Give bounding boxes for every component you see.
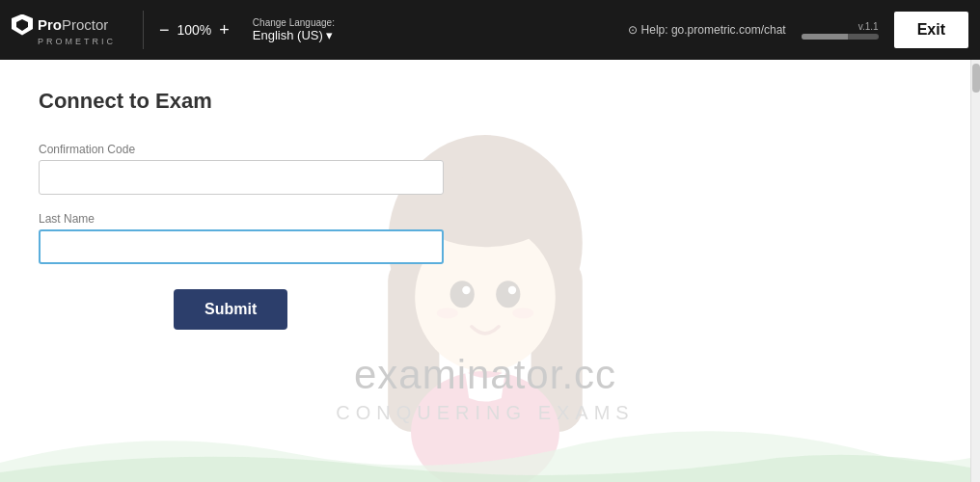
logo-shield-icon — [12, 14, 33, 36]
exit-button[interactable]: Exit — [894, 12, 968, 48]
header-right: ⊙ Help: go.prometric.com/chat v.1.1 Exit — [628, 12, 968, 48]
logo-area: ProProctor PROMETRIC — [12, 14, 127, 46]
language-label: Change Language: — [253, 17, 335, 28]
version-progress-bar — [802, 34, 879, 40]
language-value[interactable]: English (US) ▾ — [253, 28, 335, 42]
header-divider — [143, 11, 144, 49]
scrollbar-track[interactable] — [970, 60, 980, 482]
logo-text: ProProctor — [38, 16, 108, 33]
confirmation-code-group: Confirmation Code — [39, 143, 444, 195]
zoom-out-button[interactable]: − — [159, 21, 170, 39]
last-name-input[interactable] — [39, 229, 444, 264]
content-wrapper: examinator.cc CONQUERING EXAMS Connect t… — [0, 60, 980, 482]
main-content: examinator.cc CONQUERING EXAMS Connect t… — [0, 60, 970, 482]
decorative-waves — [0, 405, 970, 482]
svg-marker-0 — [16, 19, 28, 31]
version-label: v.1.1 — [858, 21, 879, 32]
zoom-controls: − 100% + — [159, 21, 230, 39]
version-progress-fill — [802, 34, 848, 40]
confirmation-code-input[interactable] — [39, 160, 444, 195]
zoom-in-button[interactable]: + — [219, 21, 230, 39]
confirmation-code-label: Confirmation Code — [39, 143, 444, 156]
last-name-group: Last Name — [39, 212, 444, 264]
submit-button[interactable]: Submit — [174, 289, 287, 330]
language-selector[interactable]: Change Language: English (US) ▾ — [253, 17, 335, 42]
zoom-value-display: 100% — [177, 22, 212, 38]
page-title: Connect to Exam — [39, 89, 932, 114]
help-link[interactable]: ⊙ Help: go.prometric.com/chat — [628, 23, 785, 37]
logo-subtext: PROMETRIC — [38, 37, 116, 46]
connect-form: Connect to Exam Confirmation Code Last N… — [39, 89, 932, 330]
app-header: ProProctor PROMETRIC − 100% + Change Lan… — [0, 0, 980, 60]
scrollbar-thumb[interactable] — [972, 64, 980, 93]
version-area: v.1.1 — [802, 21, 879, 40]
last-name-label: Last Name — [39, 212, 444, 226]
